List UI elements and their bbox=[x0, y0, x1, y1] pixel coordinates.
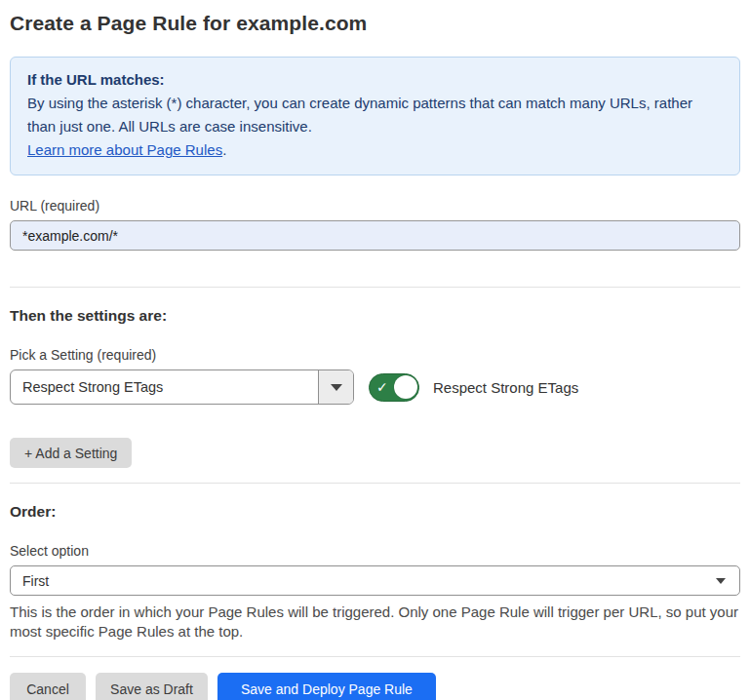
toggle-wrap: ✓ Respect Strong ETags bbox=[369, 373, 578, 402]
divider bbox=[10, 656, 740, 657]
setting-select[interactable]: Respect Strong ETags bbox=[10, 369, 354, 405]
toggle-label: Respect Strong ETags bbox=[433, 379, 578, 396]
setting-select-value: Respect Strong ETags bbox=[11, 370, 318, 404]
info-box-link-row: Learn more about Page Rules. bbox=[27, 138, 723, 162]
divider bbox=[10, 287, 740, 288]
url-field-label: URL (required) bbox=[10, 198, 740, 214]
check-icon: ✓ bbox=[376, 380, 388, 394]
url-input[interactable] bbox=[10, 220, 740, 251]
url-match-info-box: If the URL matches: By using the asteris… bbox=[10, 57, 740, 175]
dropdown-arrow-icon bbox=[716, 578, 726, 584]
setting-row: Respect Strong ETags ✓ Respect Strong ET… bbox=[10, 369, 740, 405]
cancel-button[interactable]: Cancel bbox=[10, 673, 86, 700]
learn-more-link[interactable]: Learn more about Page Rules bbox=[27, 141, 222, 158]
respect-strong-etags-toggle[interactable]: ✓ bbox=[369, 373, 419, 402]
dropdown-arrow-icon bbox=[331, 384, 342, 391]
link-suffix: . bbox=[222, 141, 226, 158]
save-as-draft-button[interactable]: Save as Draft bbox=[96, 673, 208, 700]
order-select-value: First bbox=[22, 573, 49, 589]
footer-buttons: Cancel Save as Draft Save and Deploy Pag… bbox=[10, 673, 740, 700]
add-setting-button[interactable]: + Add a Setting bbox=[10, 438, 132, 468]
settings-section-heading: Then the settings are: bbox=[10, 307, 740, 325]
pick-setting-label: Pick a Setting (required) bbox=[10, 347, 740, 363]
order-select-label: Select option bbox=[10, 543, 740, 559]
save-and-deploy-button[interactable]: Save and Deploy Page Rule bbox=[217, 673, 436, 700]
order-section-heading: Order: bbox=[10, 503, 740, 521]
info-box-heading: If the URL matches: bbox=[27, 68, 723, 92]
create-page-rule-form: Create a Page Rule for example.com If th… bbox=[0, 0, 750, 700]
page-title: Create a Page Rule for example.com bbox=[10, 12, 740, 35]
divider bbox=[10, 483, 740, 484]
order-help-text: This is the order in which your Page Rul… bbox=[10, 603, 740, 642]
setting-select-arrow-button[interactable] bbox=[318, 370, 353, 404]
toggle-knob bbox=[394, 375, 417, 399]
order-select[interactable]: First bbox=[10, 565, 740, 596]
info-box-body: By using the asterisk (*) character, you… bbox=[27, 92, 723, 138]
